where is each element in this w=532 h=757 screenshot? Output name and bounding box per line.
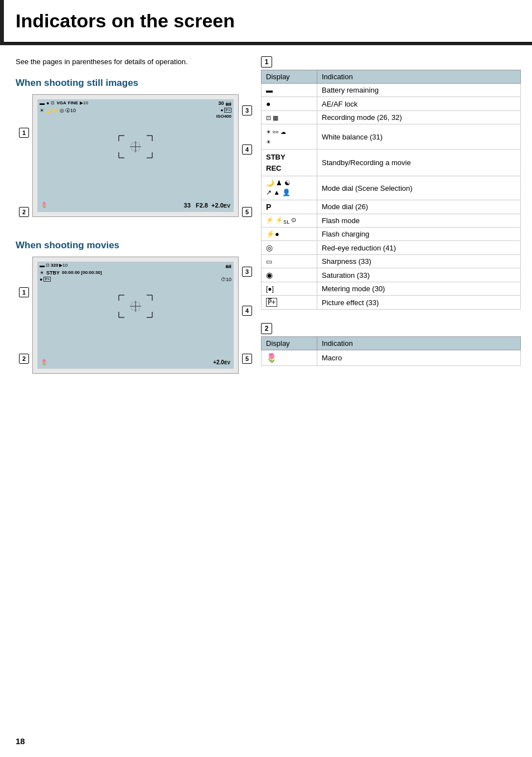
left-column: See the pages in parentheses for details… (16, 56, 250, 375)
moon-icon-still: 🌙 (45, 108, 51, 113)
display-cell: ◎ (262, 241, 317, 255)
battery-icon-still: ▬ (40, 100, 45, 106)
dot2-icon-still: ● (220, 108, 223, 113)
indication-cell: AE/AF lock (317, 97, 521, 111)
vga-label-still: VGA (56, 100, 66, 105)
table-row: ◎ Red-eye reduction (41) (262, 241, 521, 255)
indication-cell: Standby/Recording a movie (317, 150, 521, 176)
table1-indication-header: Indication (317, 70, 521, 84)
indication-cell: Flash charging (317, 228, 521, 241)
stby-label-movie: STBY (46, 270, 60, 276)
p-plus-icon-still: P+ (224, 108, 231, 113)
table-2: Display Indication 🌷 Macro (261, 336, 521, 366)
badge-5-still: 5 (242, 207, 252, 217)
table-row: P Mode dial (26) (262, 200, 521, 214)
badge-3-still: 3 (242, 105, 252, 115)
indication-cell: Metering mode (30) (317, 282, 521, 296)
table2-display-header: Display (262, 337, 317, 350)
indication-cell: Picture effect (33) (317, 296, 521, 310)
display-cell: 🌙 ♟ ☯ ↗ ▲ 👤 (262, 176, 317, 200)
table2-indication-header: Indication (317, 337, 521, 350)
table-row: [●] Metering mode (30) (262, 282, 521, 296)
display-cell: ▬ (262, 84, 317, 97)
battery-icon-movie: ▬ (40, 263, 45, 268)
table1-display-header: Display (262, 70, 317, 84)
table-row: ⚡ ⚡SL ⊙ Flash mode (262, 214, 521, 227)
intro-text: See the pages in parentheses for details… (16, 56, 250, 67)
display-cell: ⚡ ⚡SL ⊙ (262, 214, 317, 227)
indication-cell: Recording mode (26, 32) (317, 111, 521, 124)
table-row: 🌙 ♟ ☯ ↗ ▲ 👤 Mode dial (Scene Selection) (262, 176, 521, 200)
timer-icon-still: 🛈10 (65, 108, 76, 113)
sun-icon-still: ☀ (40, 108, 44, 113)
still-images-diagram: 1 2 3 4 5 ▬ ● ⊡ VGA FINE ▶10 (32, 94, 239, 227)
display-cell: P̅+ (262, 296, 317, 310)
sun-stby-movie: ☀ (40, 270, 44, 276)
table-row: ⚡● Flash charging (262, 228, 521, 241)
indication-cell: White balance (31) (317, 124, 521, 150)
display-cell: ▭ (262, 255, 317, 268)
movie-diagram: 1 2 3 4 5 ▬ ⊡ 320 ▶10 📷 (32, 257, 239, 374)
recording-icon-still: ⊡ (51, 100, 55, 105)
badge-5-movie: 5 (242, 354, 252, 364)
badge-1-still: 1 (19, 128, 29, 138)
count-still: 30 📷 (218, 100, 231, 106)
table-row: STBYREC Standby/Recording a movie (262, 150, 521, 176)
flash-icon-still: ⚡ (52, 108, 59, 113)
table-row: ☀ ≈≈ ☁ ☀ White balance (31) (262, 124, 521, 150)
badge-4-movie: 4 (242, 306, 252, 316)
eye-icon-still: ◎ (60, 108, 64, 113)
table-row: 🌷 Macro (262, 350, 521, 366)
display-cell: P (262, 200, 317, 214)
indication-cell: Red-eye reduction (41) (317, 241, 521, 255)
badge-1-movie: 1 (19, 287, 29, 297)
arrow-10-movie: ▶10 (59, 263, 67, 268)
movie-camera-screen: ▬ ⊡ 320 ▶10 📷 ☀ STBY 00:00:00 [00:0 (32, 257, 239, 374)
dot-movie: ● (40, 277, 42, 282)
display-cell: 🌷 (262, 350, 317, 366)
right-column: 1 Display Indication ▬ Battery remaining… (261, 56, 521, 375)
macro-icon-movie: 🌷 (41, 359, 47, 365)
indication-cell: Mode dial (Scene Selection) (317, 176, 521, 200)
macro-icon-still: 🌷 (41, 202, 47, 208)
display-cell: ◉ (262, 268, 317, 282)
indication-cell: Battery remaining (317, 84, 521, 97)
timecode-movie: 00:00:00 [00:00:30] (62, 270, 102, 275)
timer-10-movie: ⏱10 (221, 277, 231, 282)
badge-2-movie: 2 (19, 354, 29, 364)
crosshair-still (116, 130, 155, 163)
table-row: ▭ Sharpness (33) (262, 255, 521, 268)
badge-4-still: 4 (242, 144, 252, 155)
still-camera-screen: ▬ ● ⊡ VGA FINE ▶10 30 📷 (32, 94, 239, 217)
page-number: 18 (16, 736, 25, 746)
indication-cell: Flash mode (317, 214, 521, 227)
arrow-10-still: ▶10 (80, 100, 88, 105)
section-badge-1: 1 (261, 56, 272, 67)
title-accent-bar (0, 0, 4, 44)
rec-mode-movie: ⊡ (46, 263, 50, 268)
section-badge-2: 2 (261, 323, 272, 334)
table-row: ▬ Battery remaining (262, 84, 521, 97)
crosshair-movie (116, 290, 155, 323)
bottom-values-still: 33 F2.8 +2.0EV (184, 202, 230, 209)
table-row: ● AE/AF lock (262, 97, 521, 111)
p-plus-movie: P+ (43, 277, 51, 282)
bitrate-320-movie: 320 (51, 263, 58, 268)
display-cell: ☀ ≈≈ ☁ ☀ (262, 124, 317, 150)
ev-value-movie: +2.0EV (213, 359, 230, 365)
fine-label-still: FINE (68, 100, 78, 105)
dot-icon-still: ● (46, 100, 49, 106)
iso-label-still: ISO400 (216, 114, 231, 119)
indication-cell: Mode dial (26) (317, 200, 521, 214)
camera-icon-movie: 📷 (225, 263, 231, 268)
page-title: Indicators on the screen (0, 0, 532, 44)
badge-3-movie: 3 (242, 267, 252, 277)
display-cell: STBYREC (262, 150, 317, 176)
indication-cell: Macro (317, 350, 521, 366)
indication-cell: Sharpness (33) (317, 255, 521, 268)
table-row: ◉ Saturation (33) (262, 268, 521, 282)
still-images-section-title: When shooting still images (16, 78, 250, 89)
display-cell: [●] (262, 282, 317, 296)
display-cell: ● (262, 97, 317, 111)
display-cell: ⚡● (262, 228, 317, 241)
